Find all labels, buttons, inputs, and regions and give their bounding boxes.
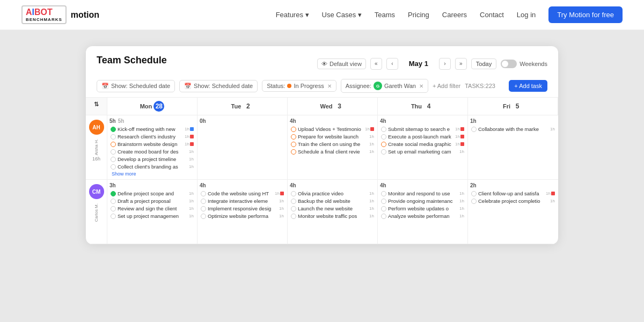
nav-contact[interactable]: Contact bbox=[480, 11, 504, 19]
task-item[interactable]: Launch the new website1h bbox=[290, 205, 375, 212]
row-aisha: AH Aisha H. 16h 5h5h Kick-off meeting wi… bbox=[86, 115, 558, 180]
status-label: In Progress bbox=[294, 83, 324, 89]
toggle-switch[interactable] bbox=[501, 60, 517, 68]
task-item[interactable]: Monitor and respond to use1h bbox=[380, 190, 465, 197]
task-item[interactable]: Schedule a final client revie1h bbox=[290, 148, 375, 155]
aisha-tue: 0h bbox=[197, 115, 288, 180]
day-num-mon: 28 bbox=[153, 101, 164, 112]
nav-features[interactable]: Features ▾ bbox=[276, 11, 309, 19]
task-item[interactable]: Draft a project proposal1h bbox=[109, 197, 195, 204]
logo: AIBOT BENCHMARKS motion bbox=[21, 5, 99, 24]
task-item[interactable]: Optimize website performa1h bbox=[200, 213, 285, 219]
header-mon: Mon 28 bbox=[107, 98, 197, 115]
flag-icon bbox=[460, 127, 464, 131]
month-label: May 1 bbox=[402, 60, 435, 68]
aisha-thu-hours: 4h bbox=[380, 118, 465, 124]
task-item[interactable]: Kick-off meeting with new1h bbox=[109, 126, 195, 133]
carlos-fri-hours: 2h bbox=[470, 182, 556, 188]
nav-teams[interactable]: Teams bbox=[375, 11, 395, 19]
task-item[interactable]: Provide ongoing maintenanc1h bbox=[380, 197, 465, 204]
task-item[interactable]: Code the website using HT1h bbox=[200, 190, 285, 197]
status-close[interactable]: ✕ bbox=[327, 83, 332, 89]
aisha-wed: 4h Upload Videos + Testimonio1h Prepare … bbox=[288, 115, 378, 180]
show-filter-1-label: Show: Scheduled date bbox=[111, 83, 170, 89]
task-item[interactable]: Train the client on using the1h bbox=[290, 141, 375, 148]
aisha-mon-hours: 5h5h bbox=[109, 118, 195, 124]
aisha-mon: 5h5h Kick-off meeting with new1h Researc… bbox=[107, 115, 197, 180]
header-tue: Tue 2 bbox=[197, 98, 288, 115]
task-item[interactable]: Prepare for website launch1h bbox=[290, 133, 375, 140]
task-item[interactable]: Develop a project timeline1h bbox=[109, 156, 195, 163]
try-motion-button[interactable]: Try Motion for free bbox=[548, 6, 623, 23]
task-item[interactable]: Analyze website performan1h bbox=[380, 213, 465, 219]
assignee-close[interactable]: ✕ bbox=[419, 83, 423, 89]
add-filter-btn[interactable]: + Add filter bbox=[433, 83, 460, 89]
hours-aisha: 16h bbox=[92, 156, 100, 162]
task-item[interactable]: Collect client's branding as1h bbox=[109, 163, 195, 170]
flag-icon bbox=[370, 127, 374, 131]
filters-toolbar: 📅 Show: Scheduled date 📅 Show: Scheduled… bbox=[86, 75, 558, 98]
logo-benchmarks: BENCHMARKS bbox=[26, 17, 62, 22]
task-circle bbox=[471, 127, 477, 132]
task-circle bbox=[111, 127, 116, 132]
task-item[interactable]: Create mood board for des1h bbox=[109, 148, 195, 155]
task-item[interactable]: Create social media graphic1h bbox=[380, 141, 465, 148]
weekends-toggle[interactable]: Weekends bbox=[501, 60, 547, 68]
flag-icon bbox=[551, 192, 555, 195]
navbar: AIBOT BENCHMARKS motion Features ▾ Use C… bbox=[0, 0, 644, 30]
task-item[interactable]: Perform website updates o1h bbox=[380, 205, 465, 212]
task-item[interactable]: Collaborate with the marke1h bbox=[470, 126, 556, 133]
show-more[interactable]: Show more bbox=[109, 171, 195, 177]
task-circle bbox=[111, 214, 116, 219]
task-item[interactable]: Review and sign the client1h bbox=[109, 205, 195, 212]
name-carlos: Carlos M. bbox=[94, 203, 99, 222]
add-task-button[interactable]: + Add task bbox=[509, 80, 547, 92]
task-item[interactable]: Set up email marketing cam1h bbox=[380, 148, 465, 155]
day-num-thu: 4 bbox=[423, 101, 434, 112]
cal-icon-2: 📅 bbox=[184, 83, 192, 90]
task-item[interactable]: Implement responsive desig1h bbox=[200, 205, 285, 212]
login-button[interactable]: Log in bbox=[517, 11, 536, 19]
task-item[interactable]: Submit sitemap to search e1h bbox=[380, 126, 465, 133]
task-item[interactable]: Set up project managemen1h bbox=[109, 213, 195, 219]
status-dot bbox=[287, 84, 291, 88]
task-item[interactable]: Monitor website traffic pos1h bbox=[290, 213, 375, 219]
task-item[interactable]: Research client's industry1h bbox=[109, 133, 195, 140]
task-circle bbox=[291, 214, 296, 219]
cal-next[interactable]: › bbox=[439, 58, 451, 70]
task-item[interactable]: Client follow-up and satisfa1h bbox=[470, 190, 556, 197]
task-item[interactable]: Brainstorm website design1h bbox=[109, 141, 195, 148]
task-item[interactable]: Backup the old website1h bbox=[290, 197, 375, 204]
nav-careers[interactable]: Careers bbox=[442, 11, 467, 19]
header-thu: Thu 4 bbox=[378, 98, 468, 115]
task-item[interactable]: Upload Videos + Testimonio1h bbox=[290, 126, 375, 133]
task-item[interactable]: Celebrate project completio1h bbox=[470, 197, 556, 204]
task-circle bbox=[291, 127, 296, 132]
today-button[interactable]: Today bbox=[471, 58, 496, 69]
aisha-thu: 4h Submit sitemap to search e1h Execute … bbox=[378, 115, 468, 180]
task-circle bbox=[111, 199, 116, 204]
task-circle bbox=[381, 206, 386, 211]
carlos-tue: 4h Code the website using HT1h Integrate… bbox=[197, 180, 288, 244]
task-circle bbox=[291, 206, 296, 211]
assignee-prefix: Assignee: bbox=[346, 83, 371, 89]
cal-prev[interactable]: ‹ bbox=[386, 58, 398, 70]
toolbar-right: + Add task bbox=[509, 80, 547, 92]
task-item[interactable]: Execute a post-launch mark1h bbox=[380, 133, 465, 140]
status-filter[interactable]: Status: In Progress ✕ bbox=[262, 80, 336, 92]
app-header: Team Schedule 👁 Default view « ‹ May 1 ›… bbox=[86, 46, 558, 75]
assignee-filter[interactable]: Assignee: G Gareth Wan ✕ bbox=[341, 79, 428, 93]
task-circle bbox=[111, 149, 116, 155]
cal-prev-prev[interactable]: « bbox=[370, 58, 382, 70]
task-item[interactable]: Define project scope and1h bbox=[109, 190, 195, 197]
cal-next-next[interactable]: » bbox=[455, 58, 467, 70]
logo-ai: AIBOT bbox=[26, 8, 62, 17]
show-filter-1[interactable]: 📅 Show: Scheduled date bbox=[97, 80, 175, 92]
show-filter-2[interactable]: 📅 Show: Scheduled date bbox=[179, 80, 258, 92]
task-item[interactable]: Olivia practice video1h bbox=[290, 190, 375, 197]
default-view-btn[interactable]: 👁 Default view bbox=[317, 58, 366, 69]
nav-use-cases[interactable]: Use Cases ▾ bbox=[322, 11, 362, 19]
task-item[interactable]: Integrate interactive eleme1h bbox=[200, 197, 285, 204]
day-num-tue: 2 bbox=[243, 101, 253, 112]
nav-pricing[interactable]: Pricing bbox=[408, 11, 429, 19]
